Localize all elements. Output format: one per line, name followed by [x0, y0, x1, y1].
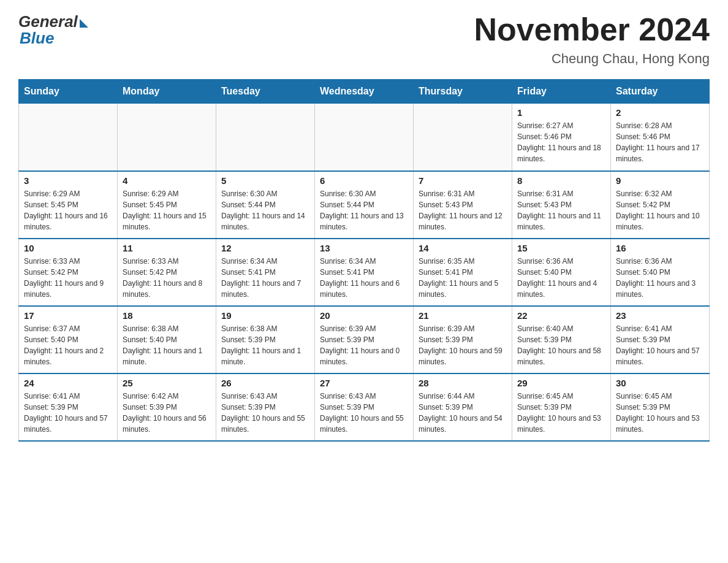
- day-number: 17: [24, 310, 112, 321]
- day-number: 6: [320, 175, 408, 186]
- day-number: 19: [221, 310, 309, 321]
- day-number: 11: [123, 243, 211, 253]
- logo-arrow-icon: [80, 19, 88, 28]
- day-number: 27: [320, 378, 408, 388]
- day-info: Sunrise: 6:27 AM Sunset: 5:46 PM Dayligh…: [517, 120, 605, 164]
- day-number: 10: [24, 243, 112, 253]
- day-cell: 15Sunrise: 6:36 AM Sunset: 5:40 PM Dayli…: [512, 239, 611, 306]
- day-cell: 17Sunrise: 6:37 AM Sunset: 5:40 PM Dayli…: [19, 306, 118, 373]
- week-row-1: 3Sunrise: 6:29 AM Sunset: 5:45 PM Daylig…: [19, 171, 710, 239]
- header-cell-saturday: Saturday: [611, 80, 710, 104]
- day-info: Sunrise: 6:41 AM Sunset: 5:39 PM Dayligh…: [616, 323, 704, 367]
- calendar-body: 1Sunrise: 6:27 AM Sunset: 5:46 PM Daylig…: [19, 104, 710, 441]
- day-cell: 13Sunrise: 6:34 AM Sunset: 5:41 PM Dayli…: [315, 239, 414, 306]
- day-cell: 9Sunrise: 6:32 AM Sunset: 5:42 PM Daylig…: [611, 171, 710, 239]
- day-cell: 6Sunrise: 6:30 AM Sunset: 5:44 PM Daylig…: [315, 171, 414, 239]
- day-cell: 19Sunrise: 6:38 AM Sunset: 5:39 PM Dayli…: [216, 306, 315, 373]
- day-number: 15: [517, 243, 605, 253]
- header-cell-wednesday: Wednesday: [315, 80, 414, 104]
- day-info: Sunrise: 6:44 AM Sunset: 5:39 PM Dayligh…: [419, 391, 507, 435]
- week-row-0: 1Sunrise: 6:27 AM Sunset: 5:46 PM Daylig…: [19, 104, 710, 171]
- day-cell: [414, 104, 512, 171]
- day-cell: [216, 104, 315, 171]
- logo: General Blue: [18, 12, 88, 48]
- day-cell: 5Sunrise: 6:30 AM Sunset: 5:44 PM Daylig…: [216, 171, 315, 239]
- calendar-title: November 2024: [474, 12, 710, 47]
- day-info: Sunrise: 6:43 AM Sunset: 5:39 PM Dayligh…: [320, 391, 408, 435]
- day-number: 28: [419, 378, 507, 388]
- day-info: Sunrise: 6:32 AM Sunset: 5:42 PM Dayligh…: [616, 188, 704, 232]
- header-cell-friday: Friday: [512, 80, 611, 104]
- week-row-2: 10Sunrise: 6:33 AM Sunset: 5:42 PM Dayli…: [19, 239, 710, 306]
- day-cell: 1Sunrise: 6:27 AM Sunset: 5:46 PM Daylig…: [512, 104, 611, 171]
- day-number: 20: [320, 310, 408, 321]
- header-row: SundayMondayTuesdayWednesdayThursdayFrid…: [19, 80, 710, 104]
- day-cell: 22Sunrise: 6:40 AM Sunset: 5:39 PM Dayli…: [512, 306, 611, 373]
- day-cell: [315, 104, 414, 171]
- day-info: Sunrise: 6:30 AM Sunset: 5:44 PM Dayligh…: [221, 188, 309, 232]
- logo-blue-text: Blue: [18, 29, 54, 48]
- day-number: 2: [616, 107, 704, 118]
- day-number: 3: [24, 175, 112, 186]
- day-cell: 11Sunrise: 6:33 AM Sunset: 5:42 PM Dayli…: [118, 239, 216, 306]
- day-info: Sunrise: 6:31 AM Sunset: 5:43 PM Dayligh…: [419, 188, 507, 232]
- title-area: November 2024 Cheung Chau, Hong Kong: [474, 12, 710, 67]
- day-cell: 24Sunrise: 6:41 AM Sunset: 5:39 PM Dayli…: [19, 373, 118, 441]
- day-cell: 4Sunrise: 6:29 AM Sunset: 5:45 PM Daylig…: [118, 171, 216, 239]
- day-info: Sunrise: 6:30 AM Sunset: 5:44 PM Dayligh…: [320, 188, 408, 232]
- day-cell: [118, 104, 216, 171]
- week-row-3: 17Sunrise: 6:37 AM Sunset: 5:40 PM Dayli…: [19, 306, 710, 373]
- day-info: Sunrise: 6:28 AM Sunset: 5:46 PM Dayligh…: [616, 120, 704, 164]
- day-number: 14: [419, 243, 507, 253]
- day-info: Sunrise: 6:35 AM Sunset: 5:41 PM Dayligh…: [419, 256, 507, 300]
- day-number: 24: [24, 378, 112, 388]
- day-cell: 12Sunrise: 6:34 AM Sunset: 5:41 PM Dayli…: [216, 239, 315, 306]
- day-cell: 30Sunrise: 6:45 AM Sunset: 5:39 PM Dayli…: [611, 373, 710, 441]
- day-cell: [19, 104, 118, 171]
- week-row-4: 24Sunrise: 6:41 AM Sunset: 5:39 PM Dayli…: [19, 373, 710, 441]
- day-info: Sunrise: 6:45 AM Sunset: 5:39 PM Dayligh…: [616, 391, 704, 435]
- day-number: 9: [616, 175, 704, 186]
- day-number: 5: [221, 175, 309, 186]
- day-info: Sunrise: 6:36 AM Sunset: 5:40 PM Dayligh…: [517, 256, 605, 300]
- day-number: 21: [419, 310, 507, 321]
- day-cell: 20Sunrise: 6:39 AM Sunset: 5:39 PM Dayli…: [315, 306, 414, 373]
- day-cell: 14Sunrise: 6:35 AM Sunset: 5:41 PM Dayli…: [414, 239, 512, 306]
- day-cell: 3Sunrise: 6:29 AM Sunset: 5:45 PM Daylig…: [19, 171, 118, 239]
- header-cell-tuesday: Tuesday: [216, 80, 315, 104]
- day-info: Sunrise: 6:34 AM Sunset: 5:41 PM Dayligh…: [320, 256, 408, 300]
- header: General Blue November 2024 Cheung Chau, …: [18, 12, 710, 67]
- day-info: Sunrise: 6:29 AM Sunset: 5:45 PM Dayligh…: [123, 188, 211, 232]
- day-number: 22: [517, 310, 605, 321]
- day-number: 23: [616, 310, 704, 321]
- day-cell: 16Sunrise: 6:36 AM Sunset: 5:40 PM Dayli…: [611, 239, 710, 306]
- day-number: 12: [221, 243, 309, 253]
- calendar-header: SundayMondayTuesdayWednesdayThursdayFrid…: [19, 80, 710, 104]
- day-info: Sunrise: 6:38 AM Sunset: 5:40 PM Dayligh…: [123, 323, 211, 367]
- day-info: Sunrise: 6:31 AM Sunset: 5:43 PM Dayligh…: [517, 188, 605, 232]
- day-info: Sunrise: 6:39 AM Sunset: 5:39 PM Dayligh…: [320, 323, 408, 367]
- day-info: Sunrise: 6:45 AM Sunset: 5:39 PM Dayligh…: [517, 391, 605, 435]
- day-info: Sunrise: 6:39 AM Sunset: 5:39 PM Dayligh…: [419, 323, 507, 367]
- day-cell: 2Sunrise: 6:28 AM Sunset: 5:46 PM Daylig…: [611, 104, 710, 171]
- day-info: Sunrise: 6:33 AM Sunset: 5:42 PM Dayligh…: [24, 256, 112, 300]
- day-info: Sunrise: 6:40 AM Sunset: 5:39 PM Dayligh…: [517, 323, 605, 367]
- header-cell-thursday: Thursday: [414, 80, 512, 104]
- day-info: Sunrise: 6:34 AM Sunset: 5:41 PM Dayligh…: [221, 256, 309, 300]
- day-cell: 7Sunrise: 6:31 AM Sunset: 5:43 PM Daylig…: [414, 171, 512, 239]
- calendar-subtitle: Cheung Chau, Hong Kong: [474, 51, 710, 67]
- day-info: Sunrise: 6:43 AM Sunset: 5:39 PM Dayligh…: [221, 391, 309, 435]
- day-cell: 8Sunrise: 6:31 AM Sunset: 5:43 PM Daylig…: [512, 171, 611, 239]
- day-cell: 18Sunrise: 6:38 AM Sunset: 5:40 PM Dayli…: [118, 306, 216, 373]
- header-cell-monday: Monday: [118, 80, 216, 104]
- day-number: 1: [517, 107, 605, 118]
- calendar-table: SundayMondayTuesdayWednesdayThursdayFrid…: [18, 79, 710, 442]
- day-cell: 23Sunrise: 6:41 AM Sunset: 5:39 PM Dayli…: [611, 306, 710, 373]
- day-number: 29: [517, 378, 605, 388]
- day-cell: 29Sunrise: 6:45 AM Sunset: 5:39 PM Dayli…: [512, 373, 611, 441]
- day-number: 13: [320, 243, 408, 253]
- day-number: 30: [616, 378, 704, 388]
- day-info: Sunrise: 6:29 AM Sunset: 5:45 PM Dayligh…: [24, 188, 112, 232]
- day-cell: 28Sunrise: 6:44 AM Sunset: 5:39 PM Dayli…: [414, 373, 512, 441]
- day-number: 16: [616, 243, 704, 253]
